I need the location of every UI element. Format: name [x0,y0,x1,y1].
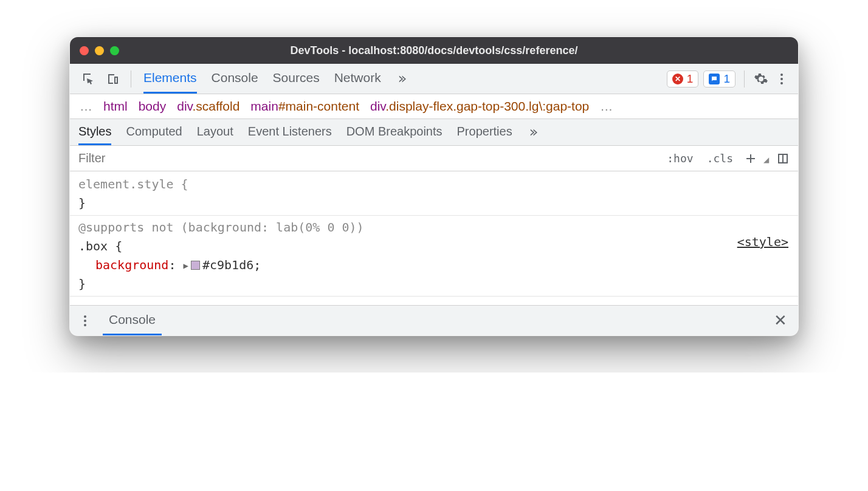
subtab-event-listeners[interactable]: Event Listeners [248,119,332,145]
settings-icon[interactable] [753,71,769,87]
subtab-styles[interactable]: Styles [78,119,111,145]
kebab-menu-icon[interactable] [774,71,790,87]
inspect-element-icon[interactable] [81,71,97,87]
toolbar-divider [131,70,131,88]
breadcrumb-tag: main [250,99,278,113]
tab-network[interactable]: Network [334,64,381,94]
rule-selector[interactable]: .box { [78,237,790,256]
colon: : [168,258,176,272]
breadcrumb-item-div-flex[interactable]: div.display-flex.gap-top-300.lg\:gap-top [370,99,589,114]
semicolon: ; [253,258,261,272]
breadcrumb-ellipsis-right[interactable]: … [600,99,613,114]
css-property-value[interactable]: #c9b1d6 [202,258,253,272]
close-window-button[interactable] [80,46,89,55]
resize-corner-icon: ◢ [763,156,769,164]
breadcrumb-item-html[interactable]: html [103,99,128,114]
issues-count: 1 [723,72,730,86]
breadcrumb-item-main[interactable]: main#main-content [250,99,359,114]
breadcrumb-tag: div [370,99,385,113]
rule-close: } [78,275,790,294]
svg-point-4 [84,320,86,322]
css-property-name[interactable]: background [78,258,168,272]
rule-separator [70,215,798,216]
minimize-window-button[interactable] [95,46,104,55]
new-style-rule-icon[interactable] [743,151,759,167]
issues-badge[interactable]: 1 [703,70,735,88]
errors-badge[interactable]: ✕ 1 [667,70,699,88]
breadcrumb-item-body[interactable]: body [139,99,167,114]
issue-icon [709,74,720,84]
tab-console[interactable]: Console [212,64,258,94]
main-toolbar: Elements Console Sources Network ✕ 1 1 [70,64,798,94]
element-style-close: } [78,194,790,213]
element-style-open: element.style { [78,175,790,194]
breadcrumb-tag: div [177,99,192,113]
supports-text: @supports not (background: lab(0% 0 0)) [78,220,364,235]
svg-point-0 [780,74,783,76]
window-titlebar: DevTools - localhost:8080/docs/devtools/… [70,37,798,64]
color-swatch[interactable] [191,261,200,270]
tab-elements[interactable]: Elements [143,64,197,94]
breadcrumb-class: .display-flex.gap-top-300.lg\:gap-top [385,99,589,113]
errors-count: 1 [687,72,694,86]
console-drawer: Console ✕ [70,305,798,335]
breadcrumb-item-div-scaffold[interactable]: div.scaffold [177,99,239,114]
hov-toggle[interactable]: :hov [663,151,697,166]
tab-sources[interactable]: Sources [273,64,320,94]
subtab-properties[interactable]: Properties [457,119,512,145]
more-subtabs-icon[interactable] [527,125,543,140]
breadcrumb-ellipsis-left[interactable]: … [80,99,92,114]
rule-source-link[interactable]: <style> [737,233,788,252]
svg-point-1 [780,78,783,80]
supports-condition: @supports not (background: lab(0% 0 0)) [78,218,790,237]
breadcrumb-tag: body [139,99,167,113]
zoom-window-button[interactable] [110,46,119,55]
subtab-computed[interactable]: Computed [126,119,182,145]
rule-separator [70,296,798,297]
svg-point-5 [84,324,86,326]
element-style-rule[interactable]: element.style { } [78,175,790,213]
subtab-layout[interactable]: Layout [197,119,233,145]
toolbar-divider-right [744,70,745,88]
drawer-tab-console[interactable]: Console [103,306,162,335]
close-drawer-icon[interactable]: ✕ [770,311,791,330]
drawer-menu-icon[interactable] [77,313,93,329]
breadcrumb-tag: html [103,99,128,113]
devtools-window: DevTools - localhost:8080/docs/devtools/… [69,36,799,336]
panel-tabs: Elements Console Sources Network [135,64,667,94]
window-title: DevTools - localhost:8080/docs/devtools/… [70,44,798,57]
device-toolbar-icon[interactable] [105,71,121,87]
error-icon: ✕ [672,74,683,84]
expand-triangle-icon[interactable]: ▶ [184,259,188,273]
supports-rule[interactable]: @supports not (background: lab(0% 0 0)) … [78,218,790,294]
styles-subtabs: Styles Computed Layout Event Listeners D… [70,119,798,146]
computed-sidebar-toggle-icon[interactable] [775,151,791,167]
svg-point-3 [84,315,86,318]
styles-filter-bar: :hov .cls ◢ [70,146,798,171]
more-tabs-icon[interactable] [396,71,412,87]
styles-filter-input[interactable] [70,151,663,165]
breadcrumb-class: .scaffold [193,99,240,113]
cls-toggle[interactable]: .cls [703,151,737,166]
css-declaration[interactable]: background: ▶#c9b1d6; [78,256,790,275]
svg-point-2 [780,82,783,84]
traffic-lights [80,46,119,55]
subtab-dom-breakpoints[interactable]: DOM Breakpoints [346,119,443,145]
styles-pane[interactable]: element.style { } @supports not (backgro… [70,171,798,305]
dom-breadcrumb: … html body div.scaffold main#main-conte… [70,94,798,119]
breadcrumb-id: #main-content [278,99,359,113]
